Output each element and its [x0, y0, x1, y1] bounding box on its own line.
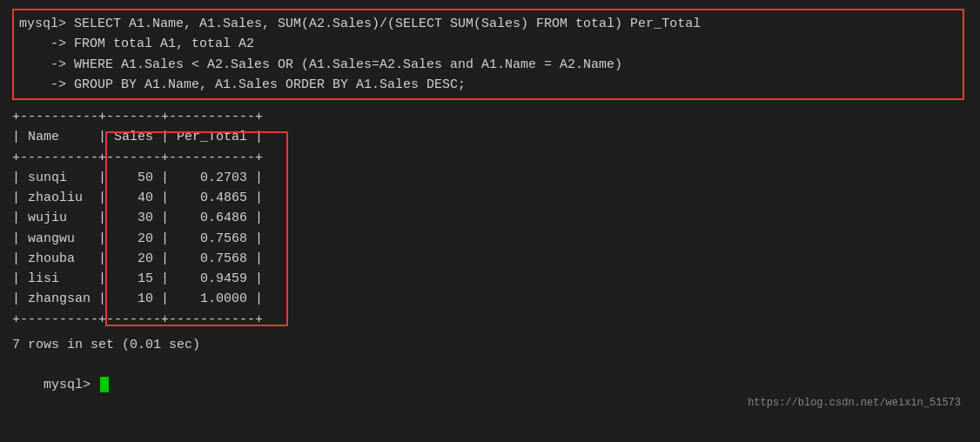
separator-bot: +----------+-------+-----------+	[12, 310, 968, 330]
prompt-main: mysql>	[19, 17, 74, 31]
row-4: | zhouba | 20 | 0.7568 |	[12, 249, 968, 269]
query-line-1: mysql> SELECT A1.Name, A1.Sales, SUM(A2.…	[19, 14, 957, 34]
prompt-cont-3: ->	[19, 77, 74, 92]
row-3: | wangwu | 20 | 0.7568 |	[12, 229, 968, 249]
row-1: | zhaoliu | 40 | 0.4865 |	[12, 188, 968, 208]
query-line-4: -> GROUP BY A1.Name, A1.Sales ORDER BY A…	[19, 75, 957, 95]
footer-text: 7 rows in set (0.01 sec)	[12, 335, 968, 355]
table-header: | Name | Sales | Per_Total |	[12, 127, 968, 147]
final-prompt-text: mysql>	[44, 378, 98, 392]
row-2: | wujiu | 30 | 0.6486 |	[12, 208, 968, 228]
prompt-cont-2: ->	[19, 57, 74, 72]
separator-mid: +----------+-------+-----------+	[12, 148, 968, 168]
cursor-block	[100, 377, 109, 392]
row-6: | zhangsan | 10 | 1.0000 |	[12, 289, 968, 309]
row-5: | lisi | 15 | 0.9459 |	[12, 269, 968, 289]
table-area: +----------+-------+-----------+ | Name …	[12, 107, 968, 330]
terminal: mysql> SELECT A1.Name, A1.Sales, SUM(A2.…	[12, 9, 968, 416]
query-block: mysql> SELECT A1.Name, A1.Sales, SUM(A2.…	[12, 9, 964, 100]
prompt-cont-1: ->	[19, 37, 74, 51]
separator-top: +----------+-------+-----------+	[12, 107, 968, 127]
query-line-3: -> WHERE A1.Sales < A2.Sales OR (A1.Sale…	[19, 55, 957, 75]
row-0: | sunqi | 50 | 0.2703 |	[12, 168, 968, 188]
query-line-2: -> FROM total A1, total A2	[19, 34, 957, 54]
watermark: https://blog.csdn.net/weixin_51573	[748, 397, 961, 409]
